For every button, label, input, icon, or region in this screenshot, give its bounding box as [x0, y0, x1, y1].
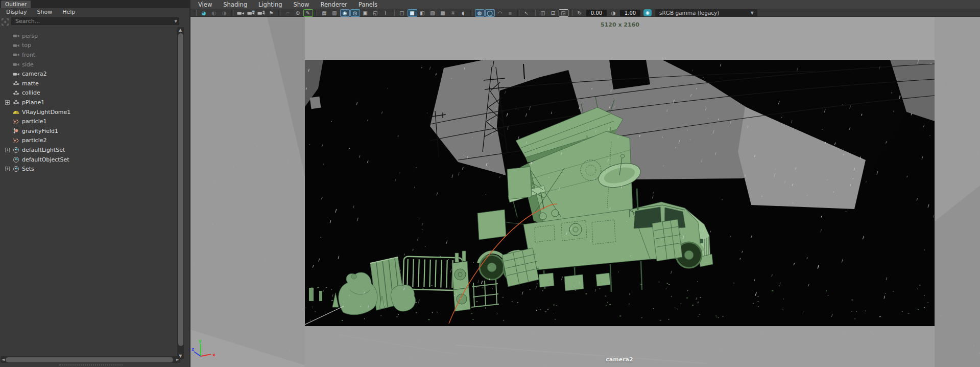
shadows-icon[interactable]: ◖ — [459, 9, 468, 17]
filter-icon[interactable] — [2, 18, 9, 25]
film-gate-icon[interactable]: ▥ — [330, 9, 340, 17]
snapshot-icon[interactable]: ◫ — [538, 9, 548, 17]
camera-attributes-icon[interactable] — [256, 9, 266, 17]
expander-spacer — [5, 72, 11, 76]
anti-aliasing-icon[interactable]: ◠ — [495, 9, 505, 17]
wireframe-icon[interactable]: □ — [397, 9, 407, 17]
expand-toggle-icon[interactable]: + — [5, 100, 10, 105]
viewport-canvas[interactable]: 5120 x 2160 — [190, 17, 980, 367]
chevron-down-icon: ▼ — [751, 9, 757, 17]
all-lights-icon[interactable]: ☼ — [448, 9, 458, 17]
viewport-menu-view[interactable]: View — [193, 0, 218, 9]
depth-of-field-icon[interactable]: ▪ — [506, 9, 515, 17]
outliner-item-particle2[interactable]: particle2 — [0, 136, 182, 146]
outliner-item-defaultObjectSet[interactable]: defaultObjectSet — [0, 155, 182, 165]
viewport-panel: ViewShadingLightingShowRendererPanels ◕◐… — [190, 0, 980, 367]
view-transform-select[interactable]: sRGB gamma (legacy)▼ — [655, 9, 757, 17]
outliner-item-particle1[interactable]: particle1 — [0, 117, 182, 126]
image-plane-icon[interactable]: ▱ — [283, 9, 293, 17]
exposure-field[interactable]: 0.00 — [586, 10, 607, 16]
outliner-item-defaultLightSet[interactable]: +defaultLightSet — [0, 145, 182, 155]
exposure-icon[interactable]: ↻ — [575, 9, 585, 17]
vertical-scroll-thumb[interactable] — [178, 33, 183, 346]
gamma-field[interactable]: 1.00 — [620, 10, 640, 16]
isolate-select-icon[interactable]: ↖ — [522, 9, 532, 17]
axis-x-label: x — [212, 352, 216, 357]
viewport-menu-renderer[interactable]: Renderer — [315, 0, 353, 9]
scroll-right-arrow[interactable]: ► — [176, 358, 179, 362]
ambient-occlusion-icon[interactable]: ◍ — [475, 9, 485, 17]
toolbar-separator — [470, 10, 472, 16]
expand-toggle-icon[interactable]: + — [5, 148, 10, 152]
default-material-icon[interactable]: ▩ — [438, 9, 448, 17]
outliner-item-Sets[interactable]: +Sets — [0, 164, 182, 174]
lock-camera-icon[interactable] — [246, 9, 256, 17]
expander-spacer — [5, 62, 11, 67]
outliner-item-front[interactable]: front — [0, 50, 182, 60]
outliner-item-persp[interactable]: persp — [0, 31, 182, 41]
stereo-camera-icon[interactable]: ◐ — [209, 9, 219, 17]
viewport-menu-panels[interactable]: Panels — [353, 0, 383, 9]
gamma-icon[interactable]: ◑ — [609, 9, 618, 17]
gate-mask-icon[interactable]: ◎ — [350, 9, 360, 17]
outliner-horizontal-scrollbar[interactable]: ◄ ► — [1, 356, 180, 363]
outliner-menu-help[interactable]: Help — [57, 9, 80, 16]
multi-pass-icon[interactable]: ⊡ — [548, 9, 558, 17]
outliner-item-collide[interactable]: collide — [0, 88, 182, 98]
pan-zoom-icon[interactable]: ⊕ — [293, 9, 303, 17]
camera-pie-icon[interactable]: ◑ — [220, 9, 229, 17]
expander-spacer — [5, 110, 11, 114]
grid-icon[interactable]: ▦ — [320, 9, 329, 17]
camera-gate-render-region[interactable] — [305, 60, 935, 326]
toolbar-separator — [195, 10, 197, 16]
viewport-menu-show[interactable]: Show — [288, 0, 315, 9]
outliner-tab[interactable]: Outliner — [1, 1, 31, 8]
expander-spacer — [5, 53, 11, 57]
toolbar-separator — [393, 10, 395, 16]
search-input[interactable] — [11, 17, 179, 25]
scroll-up-arrow[interactable]: ▲ — [179, 28, 182, 32]
outliner-menu-show[interactable]: Show — [32, 9, 58, 16]
outliner-item-label: collide — [22, 89, 40, 96]
fit-resolution-icon[interactable]: ◲ — [559, 9, 568, 17]
outliner-item-label: particle1 — [22, 118, 47, 125]
outliner-menu-bar: DisplayShowHelp — [1, 9, 80, 16]
outliner-item-gravityField1[interactable]: gravityField1 — [0, 126, 182, 136]
outliner-item-side[interactable]: side — [0, 60, 182, 70]
grease-pencil-icon[interactable]: ✎ — [303, 9, 313, 17]
field-chart-icon[interactable]: ▣ — [361, 9, 370, 17]
outliner-item-top[interactable]: top — [0, 41, 182, 51]
outliner-item-camera2[interactable]: camera2 — [0, 69, 182, 79]
renderer-options-icon[interactable]: ◕ — [199, 9, 209, 17]
outliner-vertical-scrollbar[interactable]: ▲ ▼ — [177, 27, 184, 359]
viewport-menu-shading[interactable]: Shading — [218, 0, 253, 9]
panel-resize-grip[interactable] — [59, 364, 123, 365]
outliner-item-label: camera2 — [22, 71, 47, 77]
wireframe-on-shaded-icon[interactable]: ◧ — [418, 9, 427, 17]
outliner-item-pPlane1[interactable]: +pPlane1 — [0, 98, 182, 107]
maya-application-window: Outliner DisplayShowHelp ▼ persptopfront… — [0, 0, 980, 367]
camera-icon — [12, 42, 20, 49]
mesh-icon — [12, 80, 20, 86]
viewport-toolbar: ◕◐◑⚑▱⊕✎▦▥◉◎▣◱T□■◧▨▩☼◖◍◯◠▪↖◫⊡◲↻0.00◑1.00◉… — [190, 9, 980, 17]
expand-toggle-icon[interactable]: + — [5, 167, 10, 171]
safe-action-icon[interactable]: ◱ — [371, 9, 380, 17]
shaded-icon[interactable]: ■ — [408, 9, 417, 17]
viewport-menu-lighting[interactable]: Lighting — [253, 0, 288, 9]
select-camera-icon[interactable] — [236, 9, 246, 17]
color-management-icon[interactable]: ◉ — [643, 9, 652, 16]
horizontal-scroll-thumb[interactable] — [6, 357, 173, 362]
outliner-menu-display[interactable]: Display — [1, 9, 32, 16]
mesh-icon — [12, 90, 20, 96]
resolution-gate-icon[interactable]: ◉ — [340, 9, 350, 17]
toolbar-separator — [315, 10, 317, 16]
expander-spacer — [5, 119, 11, 124]
motion-blur-icon[interactable]: ◯ — [485, 9, 495, 17]
camera-name-label: camera2 — [584, 356, 655, 363]
outliner-item-VRayLightDome1[interactable]: VRayLightDome1 — [0, 107, 182, 117]
safe-title-icon[interactable]: T — [381, 9, 391, 17]
bookmarks-icon[interactable]: ⚑ — [267, 9, 276, 17]
outliner-item-matte[interactable]: matte — [0, 79, 182, 88]
scroll-left-arrow[interactable]: ◄ — [2, 358, 5, 362]
textured-icon[interactable]: ▨ — [428, 9, 438, 17]
